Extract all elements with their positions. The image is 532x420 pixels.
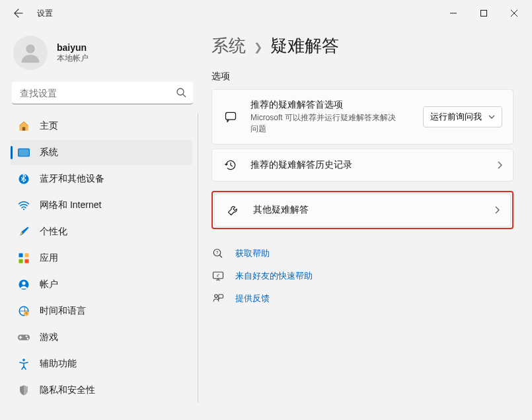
minimize-button[interactable] [438, 3, 469, 24]
accessibility-icon [17, 357, 30, 370]
help-icon: ? [211, 248, 225, 260]
chevron-right-icon [494, 206, 500, 214]
sidebar-item-label: 系统 [40, 147, 58, 158]
feedback-icon [211, 293, 225, 304]
sidebar-item-time-language[interactable]: 时间和语言 [11, 298, 192, 324]
svg-text:?: ? [216, 250, 219, 255]
svg-point-6 [19, 174, 29, 184]
svg-point-2 [177, 88, 184, 95]
user-profile[interactable]: baiyun 本地帐户 [8, 30, 198, 82]
gamepad-icon [17, 331, 30, 344]
card-other-troubleshooters[interactable]: 其他疑难解答 [214, 193, 511, 227]
sidebar-item-label: 帐户 [40, 279, 58, 291]
sidebar-item-label: 网络和 Internet [40, 199, 101, 211]
arrow-left-icon [14, 9, 23, 18]
user-subtitle: 本地帐户 [57, 53, 89, 64]
svg-rect-9 [25, 254, 29, 258]
sidebar: baiyun 本地帐户 主页 系统 蓝牙和其他设备 [0, 26, 198, 420]
card-title: 其他疑难解答 [253, 204, 494, 216]
title-bar: 设置 [0, 0, 532, 26]
svg-point-17 [26, 335, 28, 337]
svg-point-24 [215, 295, 218, 298]
sidebar-item-label: 个性化 [40, 226, 67, 238]
chevron-right-icon: ❯ [254, 41, 262, 53]
avatar [13, 36, 48, 70]
user-name: baiyun [57, 42, 89, 53]
account-icon [17, 278, 30, 291]
svg-point-18 [27, 337, 29, 339]
system-icon [17, 146, 30, 159]
svg-point-7 [23, 209, 24, 210]
card-subtitle: Microsoft 可以推荐并运行疑难解答来解决问题 [250, 112, 396, 135]
sidebar-item-accounts[interactable]: 帐户 [11, 272, 192, 297]
svg-rect-0 [481, 11, 487, 17]
card-history[interactable]: 推荐的疑难解答历史记录 [211, 149, 513, 182]
recommended-dropdown[interactable]: 运行前询问我 [423, 106, 502, 127]
wifi-icon [17, 199, 30, 212]
dropdown-value: 运行前询问我 [430, 111, 482, 123]
svg-rect-3 [22, 127, 26, 131]
search-input[interactable] [12, 82, 193, 104]
nav-list: 主页 系统 蓝牙和其他设备 网络和 Internet 个性化 应用 [8, 114, 198, 403]
link-label: 来自好友的快速帮助 [235, 270, 313, 282]
card-title: 推荐的疑难解答首选项 [250, 99, 423, 111]
sidebar-item-label: 游戏 [40, 332, 58, 343]
close-icon [511, 10, 517, 17]
main-content: 系统 ❯ 疑难解答 选项 推荐的疑难解答首选项 Microsoft 可以推荐并运… [198, 26, 532, 420]
sidebar-item-personalization[interactable]: 个性化 [11, 219, 192, 244]
svg-rect-20 [226, 112, 236, 120]
sidebar-item-bluetooth[interactable]: 蓝牙和其他设备 [11, 166, 192, 192]
related-links: ? 获取帮助 来自好友的快速帮助 提供反馈 [211, 248, 513, 304]
sidebar-item-label: 辅助功能 [40, 358, 77, 370]
maximize-button[interactable] [469, 3, 499, 24]
sidebar-item-apps[interactable]: 应用 [11, 246, 192, 271]
svg-rect-25 [219, 295, 223, 298]
close-button[interactable] [499, 3, 529, 24]
svg-point-1 [26, 44, 35, 53]
shield-icon [17, 384, 30, 397]
home-icon [17, 120, 30, 133]
search-box[interactable] [12, 82, 193, 104]
history-icon [223, 158, 239, 172]
svg-point-19 [22, 359, 25, 361]
quick-assist-icon [211, 271, 225, 281]
section-label-options: 选项 [211, 71, 513, 83]
highlighted-card-frame: 其他疑难解答 [211, 191, 513, 229]
breadcrumb-parent[interactable]: 系统 [211, 34, 246, 57]
chevron-right-icon [497, 161, 502, 169]
sidebar-item-label: 时间和语言 [40, 305, 86, 317]
sidebar-item-network[interactable]: 网络和 Internet [11, 193, 192, 218]
link-quick-assist[interactable]: 来自好友的快速帮助 [211, 270, 513, 282]
card-recommended-preferences[interactable]: 推荐的疑难解答首选项 Microsoft 可以推荐并运行疑难解答来解决问题 运行… [211, 89, 513, 145]
link-feedback[interactable]: 提供反馈 [211, 293, 513, 304]
globe-clock-icon [17, 304, 30, 318]
sidebar-item-privacy[interactable]: 隐私和安全性 [11, 378, 192, 403]
sidebar-item-label: 应用 [40, 252, 58, 264]
card-title: 推荐的疑难解答历史记录 [250, 159, 497, 171]
person-icon [19, 41, 42, 65]
apps-icon [17, 252, 30, 265]
svg-rect-11 [25, 260, 29, 263]
svg-rect-8 [19, 254, 23, 258]
sidebar-item-label: 隐私和安全性 [40, 384, 95, 396]
wrench-icon [225, 203, 241, 217]
breadcrumb: 系统 ❯ 疑难解答 [211, 34, 513, 57]
link-label: 获取帮助 [235, 248, 270, 260]
window-title: 设置 [37, 8, 53, 19]
breadcrumb-current: 疑难解答 [270, 34, 339, 57]
minimize-icon [450, 10, 457, 17]
sidebar-item-label: 蓝牙和其他设备 [40, 173, 104, 185]
search-icon [176, 87, 186, 98]
back-button[interactable] [8, 3, 29, 24]
sidebar-item-system[interactable]: 系统 [11, 140, 192, 165]
sidebar-item-accessibility[interactable]: 辅助功能 [11, 351, 192, 376]
chat-icon [223, 110, 239, 123]
sidebar-item-home[interactable]: 主页 [11, 114, 192, 139]
brush-icon [17, 225, 30, 238]
svg-rect-10 [19, 260, 23, 263]
sidebar-item-gaming[interactable]: 游戏 [11, 325, 192, 350]
svg-point-13 [22, 281, 25, 285]
svg-rect-5 [19, 149, 28, 156]
link-get-help[interactable]: ? 获取帮助 [211, 248, 513, 260]
link-label: 提供反馈 [235, 293, 270, 304]
